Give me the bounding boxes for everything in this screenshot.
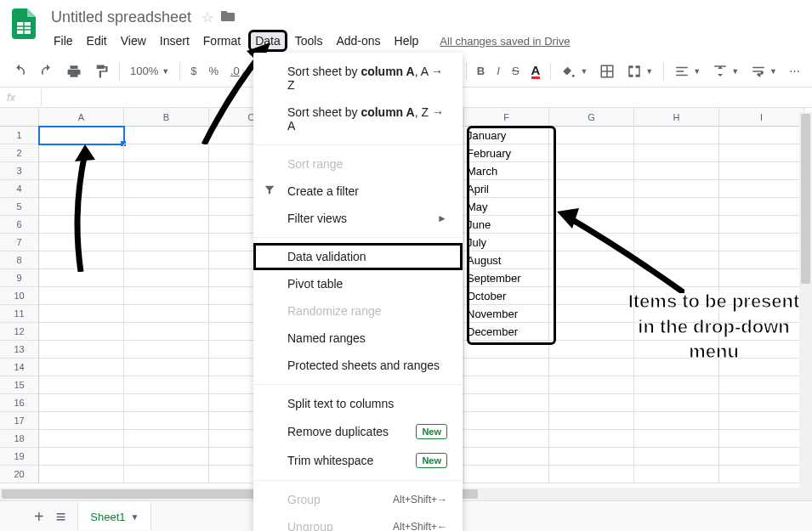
row-header[interactable]: 14 — [0, 359, 39, 376]
cell[interactable] — [549, 180, 634, 198]
doc-title[interactable]: Untitled spreadsheet — [48, 7, 195, 28]
cell[interactable]: June — [464, 216, 549, 234]
italic-button[interactable]: I — [491, 61, 505, 81]
menu-file[interactable]: File — [48, 31, 79, 51]
create-filter-item[interactable]: Create a filter — [253, 178, 463, 205]
sort-az-item[interactable]: Sort sheet by column A, A → Z — [253, 58, 463, 99]
cell[interactable] — [634, 162, 719, 180]
cell[interactable] — [719, 448, 804, 466]
remove-duplicates-item[interactable]: Remove duplicatesNew — [253, 417, 463, 446]
row-header[interactable]: 16 — [0, 394, 39, 412]
borders-button[interactable] — [594, 60, 620, 82]
cell[interactable] — [549, 127, 634, 144]
cell[interactable] — [124, 466, 209, 483]
cell[interactable] — [464, 466, 549, 483]
cell[interactable] — [634, 466, 719, 483]
row-header[interactable]: 15 — [0, 376, 39, 394]
cell[interactable]: October — [464, 287, 549, 305]
cell[interactable] — [39, 359, 124, 376]
cell[interactable] — [719, 144, 804, 162]
cell[interactable] — [549, 394, 634, 412]
cell[interactable] — [549, 430, 634, 448]
cell[interactable] — [124, 376, 209, 394]
row-header[interactable]: 11 — [0, 305, 39, 323]
tab-menu-caret-icon[interactable]: ▼ — [131, 512, 139, 522]
cell[interactable] — [719, 216, 804, 234]
row-header[interactable]: 19 — [0, 448, 39, 466]
cell[interactable] — [39, 269, 124, 287]
column-header[interactable]: H — [634, 108, 719, 127]
cell[interactable]: November — [464, 305, 549, 323]
trim-whitespace-item[interactable]: Trim whitespaceNew — [253, 446, 463, 475]
cell[interactable]: December — [464, 323, 549, 341]
cell[interactable] — [39, 287, 124, 305]
split-text-item[interactable]: Split text to columns — [253, 390, 463, 417]
cell[interactable] — [39, 394, 124, 412]
add-sheet-button[interactable]: + — [34, 508, 44, 525]
zoom-select[interactable]: 100%▼ — [125, 61, 174, 81]
row-header[interactable]: 6 — [0, 216, 39, 234]
cell[interactable] — [719, 198, 804, 216]
cell[interactable] — [719, 251, 804, 269]
wrap-button[interactable]: ▼ — [746, 60, 782, 82]
cell[interactable] — [634, 376, 719, 394]
more-button[interactable]: ⋯ — [784, 61, 805, 81]
cell[interactable]: August — [464, 251, 549, 269]
menu-view[interactable]: View — [115, 31, 152, 51]
cell[interactable] — [124, 323, 209, 341]
cell[interactable] — [39, 412, 124, 430]
fill-color-button[interactable]: ▼ — [556, 60, 593, 82]
sheets-logo[interactable] — [7, 7, 41, 41]
text-color-button[interactable]: A — [526, 60, 546, 82]
cell[interactable] — [549, 376, 634, 394]
cell[interactable] — [124, 162, 209, 180]
menu-tools[interactable]: Tools — [289, 31, 329, 51]
row-header[interactable]: 18 — [0, 430, 39, 448]
star-icon[interactable]: ☆ — [202, 9, 213, 25]
valign-button[interactable]: ▼ — [707, 60, 744, 82]
cell[interactable] — [634, 430, 719, 448]
cell[interactable] — [719, 430, 804, 448]
cell[interactable] — [124, 359, 209, 376]
cell[interactable] — [549, 305, 634, 323]
cell[interactable] — [464, 430, 549, 448]
column-header[interactable]: A — [39, 108, 124, 127]
cell[interactable] — [549, 323, 634, 341]
row-header[interactable]: 9 — [0, 269, 39, 287]
row-header[interactable]: 2 — [0, 144, 39, 162]
menu-addons[interactable]: Add-ons — [330, 31, 386, 51]
cell[interactable]: May — [464, 198, 549, 216]
cell[interactable] — [39, 466, 124, 483]
row-header[interactable]: 17 — [0, 412, 39, 430]
cell[interactable] — [124, 269, 209, 287]
cell[interactable] — [719, 269, 804, 287]
cell[interactable] — [549, 359, 634, 376]
merge-button[interactable]: ▼ — [622, 60, 658, 82]
cell[interactable] — [719, 466, 804, 483]
row-header[interactable]: 3 — [0, 162, 39, 180]
cell[interactable] — [124, 305, 209, 323]
menu-insert[interactable]: Insert — [154, 31, 196, 51]
row-header[interactable]: 20 — [0, 466, 39, 483]
cell[interactable] — [124, 287, 209, 305]
cell[interactable]: January — [464, 127, 549, 144]
menu-help[interactable]: Help — [389, 31, 425, 51]
cell[interactable] — [549, 448, 634, 466]
cell[interactable] — [634, 127, 719, 144]
cell[interactable] — [719, 234, 804, 251]
cell[interactable]: February — [464, 144, 549, 162]
cell[interactable] — [549, 162, 634, 180]
cell[interactable]: September — [464, 269, 549, 287]
cell[interactable] — [719, 127, 804, 144]
cell[interactable] — [464, 448, 549, 466]
cell[interactable] — [634, 180, 719, 198]
row-header[interactable]: 13 — [0, 341, 39, 359]
print-button[interactable] — [61, 60, 87, 82]
cell[interactable] — [549, 341, 634, 359]
strikethrough-button[interactable]: S — [507, 61, 525, 81]
cell[interactable] — [464, 412, 549, 430]
cell[interactable] — [124, 216, 209, 234]
cell[interactable] — [39, 323, 124, 341]
paint-format-button[interactable] — [88, 60, 114, 82]
cell[interactable] — [124, 448, 209, 466]
